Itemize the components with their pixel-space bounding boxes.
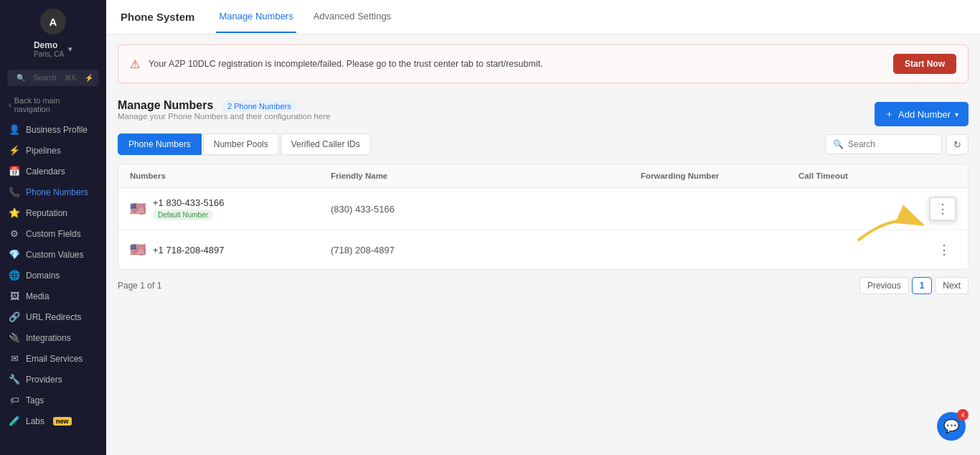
phone-numbers-icon: 📞 — [9, 187, 20, 197]
email-services-icon: ✉ — [9, 353, 20, 364]
next-page-button[interactable]: Next — [935, 277, 969, 294]
plus-icon: ＋ — [885, 108, 894, 121]
sidebar-item-phone-numbers[interactable]: 📞 Phone Numbers — [0, 182, 106, 202]
col-actions — [913, 172, 956, 180]
default-number-badge: Default Number — [153, 210, 213, 220]
sidebar-item-label: Integrations — [26, 333, 71, 343]
chat-icon: 💬 — [943, 418, 959, 434]
tab-advanced-settings[interactable]: Advanced Settings — [311, 1, 394, 33]
alert-warning-icon: ⚠ — [130, 57, 140, 71]
sidebar-item-calendars[interactable]: 📅 Calendars — [0, 161, 106, 182]
sidebar-item-domains[interactable]: 🌐 Domains — [0, 265, 106, 286]
account-location: Paris, CA — [34, 50, 64, 58]
search-input[interactable] — [848, 139, 934, 149]
section-subtitle: Manage your Phone Numbers and their conf… — [118, 112, 331, 121]
sidebar-item-label: URL Redirects — [26, 312, 82, 322]
account-chevron-icon: ▾ — [68, 44, 72, 54]
reputation-icon: ⭐ — [9, 207, 20, 218]
page-info: Page 1 of 1 — [118, 281, 161, 291]
sidebar-item-label: Pipelines — [26, 146, 61, 156]
tab-number-pools[interactable]: Number Pools — [203, 133, 279, 155]
custom-fields-icon: ⚙ — [9, 228, 20, 239]
flag-icon-2: 🇺🇸 — [130, 242, 146, 258]
flag-icon-1: 🇺🇸 — [130, 201, 146, 217]
section-title-group: Manage Numbers 2 Phone Numbers Manage yo… — [118, 99, 331, 129]
sidebar-item-label: Providers — [26, 375, 62, 385]
calendars-icon: 📅 — [9, 166, 20, 177]
sidebar-item-custom-values[interactable]: 💎 Custom Values — [0, 244, 106, 265]
search-box[interactable]: 🔍 — [825, 134, 942, 154]
sidebar-item-custom-fields[interactable]: ⚙ Custom Fields — [0, 223, 106, 244]
sidebar-item-pipelines[interactable]: ⚡ Pipelines — [0, 140, 106, 161]
current-page-button[interactable]: 1 — [912, 277, 933, 294]
sidebar-item-reputation[interactable]: ⭐ Reputation — [0, 202, 106, 223]
main-content: Phone System Manage Numbers Advanced Set… — [106, 0, 980, 455]
tab-manage-numbers[interactable]: Manage Numbers — [216, 1, 296, 33]
providers-icon: 🔧 — [9, 374, 20, 385]
tags-icon: 🏷 — [9, 395, 20, 405]
flash-icon: ⚡ — [85, 74, 93, 82]
friendly-name-2: (718) 208-4897 — [331, 245, 641, 255]
pagination: Page 1 of 1 Previous 1 Next — [118, 270, 969, 297]
labs-badge: new — [53, 417, 72, 426]
row-actions-button-1[interactable]: ⋮ — [929, 197, 956, 221]
sidebar-item-email-services[interactable]: ✉ Email Services — [0, 348, 106, 369]
sidebar-item-business-profile[interactable]: 👤 Business Profile — [0, 119, 106, 140]
number-cell-2: 🇺🇸 +1 718-208-4897 — [130, 242, 331, 258]
row-actions-button-2[interactable]: ⋮ — [932, 239, 956, 261]
pipelines-icon: ⚡ — [9, 145, 20, 156]
sidebar-item-label: Business Profile — [26, 125, 88, 135]
table-row: 🇺🇸 +1 718-208-4897 (718) 208-4897 ⋮ — [118, 230, 968, 269]
alert-text: Your A2P 10DLC registration is incomplet… — [149, 59, 885, 69]
col-friendly-name: Friendly Name — [331, 172, 641, 180]
custom-values-icon: 💎 — [9, 249, 20, 260]
domains-icon: 🌐 — [9, 270, 20, 281]
back-chevron-icon: ‹ — [9, 100, 11, 109]
tab-phone-numbers[interactable]: Phone Numbers — [118, 133, 202, 155]
chat-widget[interactable]: 💬 4 — [937, 412, 966, 441]
top-header: Phone System Manage Numbers Advanced Set… — [106, 0, 980, 34]
tab-verified-caller-ids[interactable]: Verified Caller IDs — [281, 133, 371, 155]
refresh-button[interactable]: ↻ — [946, 134, 969, 155]
sidebar-item-integrations[interactable]: 🔌 Integrations — [0, 327, 106, 348]
page-buttons: Previous 1 Next — [859, 277, 969, 294]
numbers-table: Numbers Friendly Name Forwarding Number … — [118, 164, 969, 270]
sidebar-item-label: Custom Values — [26, 250, 83, 260]
sidebar-item-providers[interactable]: 🔧 Providers — [0, 369, 106, 390]
sidebar-item-label: Phone Numbers — [26, 187, 88, 197]
sidebar-item-url-redirects[interactable]: 🔗 URL Redirects — [0, 306, 106, 327]
sidebar-search[interactable]: 🔍 Search ⌘K ⚡ — [7, 70, 99, 86]
section-header: Manage Numbers 2 Phone Numbers Manage yo… — [118, 99, 969, 129]
media-icon: 🖼 — [9, 291, 20, 301]
integrations-icon: 🔌 — [9, 332, 20, 343]
previous-page-button[interactable]: Previous — [859, 277, 909, 294]
filter-tab-group: Phone Numbers Number Pools Verified Call… — [118, 133, 371, 155]
add-number-button[interactable]: ＋ Add Number ▾ — [875, 102, 969, 126]
col-timeout: Call Timeout — [798, 172, 913, 180]
account-name: Demo — [34, 40, 64, 50]
back-navigation-label: Back to main navigation — [14, 96, 98, 113]
chat-badge: 4 — [957, 409, 969, 421]
content-area: Manage Numbers 2 Phone Numbers Manage yo… — [106, 89, 980, 455]
add-number-chevron-icon: ▾ — [955, 111, 958, 118]
sidebar-item-label: Media — [26, 291, 50, 301]
section-title: Manage Numbers — [118, 99, 213, 111]
col-numbers: Numbers — [130, 172, 331, 180]
col-forwarding: Forwarding Number — [641, 172, 798, 180]
back-navigation[interactable]: ‹ Back to main navigation — [0, 90, 106, 119]
sidebar-item-labs[interactable]: 🧪 Labs new — [0, 411, 106, 431]
sidebar-item-label: Calendars — [26, 166, 65, 177]
sidebar-item-tags[interactable]: 🏷 Tags — [0, 390, 106, 411]
search-label: Search — [34, 74, 57, 82]
business-profile-icon: 👤 — [9, 124, 20, 135]
sidebar-item-media[interactable]: 🖼 Media — [0, 286, 106, 306]
sidebar-item-label: Labs — [26, 416, 44, 426]
sidebar-item-label: Custom Fields — [26, 229, 81, 239]
search-icon: 🔍 — [833, 139, 844, 149]
filter-tabs-row: Phone Numbers Number Pools Verified Call… — [118, 133, 969, 155]
account-selector[interactable]: Demo Paris, CA ▾ — [0, 40, 106, 65]
search-shortcut: ⌘K — [65, 74, 77, 82]
start-now-button[interactable]: Start Now — [893, 54, 956, 74]
table-header: Numbers Friendly Name Forwarding Number … — [118, 164, 968, 188]
add-number-label: Add Number — [898, 109, 951, 120]
